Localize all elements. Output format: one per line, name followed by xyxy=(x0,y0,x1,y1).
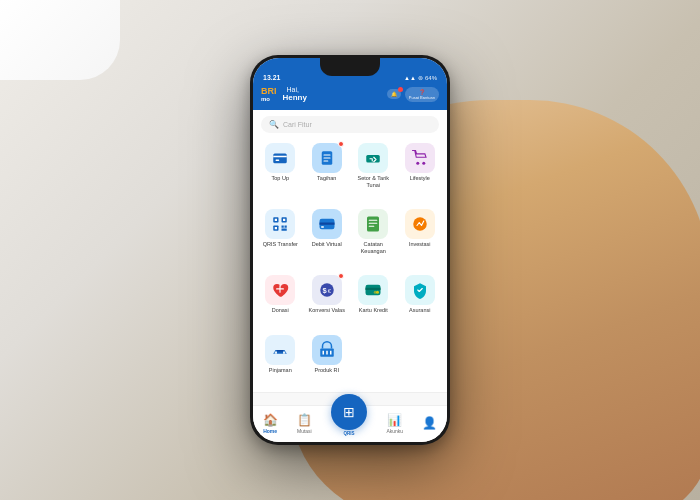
app-grid: Top Up Tagihan Setor & Tarik Tunai xyxy=(253,139,447,392)
nav-profile[interactable]: 👤 xyxy=(422,416,437,431)
qris-icon xyxy=(265,209,295,239)
battery-indicator: 64% xyxy=(425,75,437,81)
asuransi-icon xyxy=(405,275,435,305)
konversi-label: Konversi Valas xyxy=(309,307,345,314)
svg-rect-24 xyxy=(366,288,381,290)
investasi-label: Investasi xyxy=(409,241,431,248)
app-item-pinjaman[interactable]: Pinjaman xyxy=(259,335,302,388)
tagihan-icon xyxy=(312,143,342,173)
username-text: Henny xyxy=(283,93,307,102)
svg-point-5 xyxy=(422,162,425,165)
search-icon: 🔍 xyxy=(269,120,279,129)
svg-rect-9 xyxy=(275,219,277,221)
phone-notch xyxy=(320,58,380,76)
app-item-debit[interactable]: Debit Virtual xyxy=(306,209,349,269)
svg-rect-12 xyxy=(282,226,284,228)
donasi-label: Donasi xyxy=(272,307,289,314)
lifestyle-label: Lifestyle xyxy=(410,175,430,182)
tagihan-label: Tagihan xyxy=(317,175,336,182)
mutasi-icon: 📋 xyxy=(297,413,312,427)
catatan-label: Catatan Keuangan xyxy=(352,241,395,254)
help-button[interactable]: ❓ Pusat Bantuan xyxy=(405,87,439,102)
wifi-icon: ⊚ xyxy=(418,74,423,81)
svg-rect-31 xyxy=(322,350,324,354)
phone-device: 13.21 ▲▲ ⊚ 64% BRI mo Hai, Henny xyxy=(250,55,450,445)
kartu-kredit-label: Kartu Kredit xyxy=(359,307,388,314)
svg-rect-1 xyxy=(276,160,280,162)
svg-point-4 xyxy=(416,162,419,165)
akunku-icon: 📊 xyxy=(387,413,402,427)
svg-rect-0 xyxy=(274,154,288,164)
svg-rect-32 xyxy=(326,350,328,354)
bri-brand: BRI xyxy=(261,87,277,96)
app-item-catatan[interactable]: Catatan Keuangan xyxy=(352,209,395,269)
top-up-icon xyxy=(265,143,295,173)
svg-rect-14 xyxy=(282,229,287,231)
qris-center-label: QRIS xyxy=(344,431,355,436)
svg-rect-11 xyxy=(275,227,277,229)
mo-brand: mo xyxy=(261,96,277,102)
akunku-nav-label: Akunku xyxy=(386,428,403,434)
mutasi-nav-label: Mutasi xyxy=(297,428,312,434)
notification-button[interactable]: 🔔 xyxy=(387,89,401,99)
svg-rect-17 xyxy=(321,226,324,228)
svg-rect-13 xyxy=(285,226,287,228)
phone-screen: 13.21 ▲▲ ⊚ 64% BRI mo Hai, Henny xyxy=(253,58,447,442)
home-icon: 🏠 xyxy=(263,413,278,427)
lifestyle-icon xyxy=(405,143,435,173)
svg-rect-33 xyxy=(330,350,332,354)
app-item-konversi[interactable]: $€ Konversi Valas xyxy=(306,275,349,328)
pinjaman-label: Pinjaman xyxy=(269,367,292,374)
greeting-text: Hai, xyxy=(287,86,307,93)
app-item-qris[interactable]: QRIS Transfer xyxy=(259,209,302,269)
svg-rect-18 xyxy=(367,217,379,232)
catatan-icon xyxy=(358,209,388,239)
donasi-icon xyxy=(265,275,295,305)
qris-label: QRIS Transfer xyxy=(263,241,298,248)
app-item-setor[interactable]: Setor & Tarik Tunai xyxy=(352,143,395,203)
app-item-investasi[interactable]: Investasi xyxy=(399,209,442,269)
bri-logo: BRI mo Hai, Henny xyxy=(261,86,307,102)
svg-rect-10 xyxy=(283,219,285,221)
qris-center-button[interactable]: ⊞ xyxy=(331,394,367,430)
kartu-kredit-icon xyxy=(358,275,388,305)
search-bar[interactable]: 🔍 Cari Fitur xyxy=(261,116,439,133)
konversi-notification-dot xyxy=(338,273,344,279)
bell-icon: 🔔 xyxy=(391,91,397,97)
produk-ri-label: Produk RI xyxy=(315,367,339,374)
status-icons: ▲▲ ⊚ 64% xyxy=(404,74,437,81)
bottom-navigation: 🏠 Home 📋 Mutasi ⊞ QRIS 📊 Akunku 👤 xyxy=(253,405,447,442)
top-up-label: Top Up xyxy=(272,175,289,182)
svg-point-26 xyxy=(374,291,377,294)
app-item-kartu-kredit[interactable]: Kartu Kredit xyxy=(352,275,395,328)
signal-icon: ▲▲ xyxy=(404,75,416,81)
paper-corner xyxy=(0,0,120,80)
app-item-tagihan[interactable]: Tagihan xyxy=(306,143,349,203)
nav-mutasi[interactable]: 📋 Mutasi xyxy=(297,413,312,434)
app-item-donasi[interactable]: Donasi xyxy=(259,275,302,328)
tagihan-notification-dot xyxy=(338,141,344,147)
home-nav-label: Home xyxy=(263,428,277,434)
setor-icon xyxy=(358,143,388,173)
investasi-icon xyxy=(405,209,435,239)
app-item-top-up[interactable]: Top Up xyxy=(259,143,302,203)
nav-akunku[interactable]: 📊 Akunku xyxy=(386,413,403,434)
asuransi-label: Asuransi xyxy=(409,307,430,314)
svg-rect-27 xyxy=(275,351,277,353)
pinjaman-icon xyxy=(265,335,295,365)
app-item-produk-ri[interactable]: Produk RI xyxy=(306,335,349,388)
nav-qris-center[interactable]: ⊞ QRIS xyxy=(331,410,367,436)
setor-label: Setor & Tarik Tunai xyxy=(352,175,395,188)
search-placeholder: Cari Fitur xyxy=(283,121,312,128)
app-header: BRI mo Hai, Henny 🔔 ❓ Pusat Bantuan xyxy=(253,83,447,110)
svg-rect-3 xyxy=(367,155,381,163)
notification-dot xyxy=(398,87,403,92)
status-time: 13.21 xyxy=(263,74,281,81)
svg-rect-16 xyxy=(319,223,334,225)
app-item-lifestyle[interactable]: Lifestyle xyxy=(399,143,442,203)
header-actions: 🔔 ❓ Pusat Bantuan xyxy=(387,87,439,102)
app-item-asuransi[interactable]: Asuransi xyxy=(399,275,442,328)
qris-center-icon: ⊞ xyxy=(343,404,355,420)
svg-rect-29 xyxy=(277,350,283,352)
nav-home[interactable]: 🏠 Home xyxy=(263,413,278,434)
